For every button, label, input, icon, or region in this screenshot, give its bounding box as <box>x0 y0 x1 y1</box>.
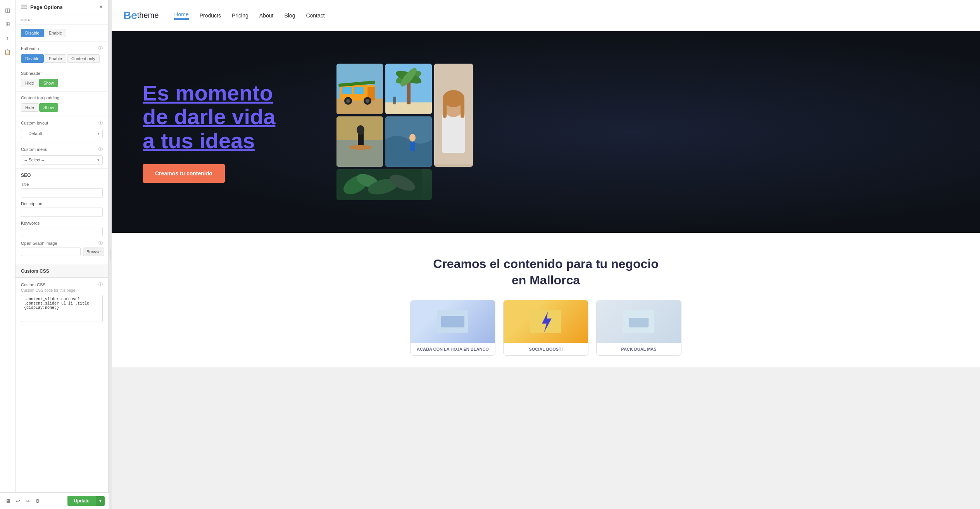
svg-point-27 <box>357 125 364 135</box>
svg-rect-19 <box>442 114 465 153</box>
custom-css-info-icon[interactable]: ⓘ <box>98 282 103 287</box>
custom-css-section-title: Custom CSS <box>21 268 49 274</box>
bottom-toolbar: 🖥 ↩ ↪ ⚙ Update ▾ <box>0 492 109 509</box>
card-1-svg <box>437 310 468 333</box>
subheader-hide-btn[interactable]: Hide <box>21 79 38 87</box>
panel-header: Page Options × <box>16 0 108 14</box>
seo-keywords-label: Keywords <box>21 221 103 225</box>
custom-layout-select[interactable]: -- Default -- <box>21 129 103 138</box>
sidebar-icon-book[interactable]: 📋 <box>2 46 14 58</box>
main-content: Be theme Home Products Pricing About Blo… <box>112 0 980 509</box>
full-width-info-icon[interactable]: ⓘ <box>98 45 103 51</box>
browse-button[interactable]: Browse <box>83 248 104 256</box>
hero-ocean-svg <box>385 116 432 167</box>
panel-title: Page Options <box>30 4 63 10</box>
panel-header-left: Page Options <box>21 4 63 10</box>
padding-hide-btn[interactable]: Hide <box>21 103 38 112</box>
custom-layout-section: Custom layout ⓘ -- Default -- <box>16 116 108 142</box>
svg-rect-31 <box>410 142 415 151</box>
device-toggle-icon[interactable]: 🖥 <box>4 497 12 505</box>
hero-title: Es momento de darle vida a tus ideas <box>143 81 313 153</box>
top-btn-group: Disable Enable <box>21 29 103 37</box>
nav-links: Home Products Pricing About Blog Contact <box>174 11 324 20</box>
subheader-show-btn[interactable]: Show <box>39 79 59 87</box>
svg-rect-22 <box>443 99 447 118</box>
disable-button[interactable]: Disable <box>21 29 44 37</box>
seo-description-input[interactable] <box>21 208 103 217</box>
hero-palm-svg <box>385 64 432 114</box>
hero-image-4 <box>336 116 383 167</box>
sidebar-icon-upload[interactable]: ↑ <box>2 32 14 44</box>
custom-css-label: Custom CSS ⓘ <box>21 282 103 287</box>
update-button[interactable]: Update <box>67 496 96 506</box>
hero-plant-svg <box>336 169 422 200</box>
custom-layout-select-wrapper: -- Default -- <box>21 129 103 138</box>
nav-link-home[interactable]: Home <box>174 11 188 20</box>
card-1-image <box>411 300 495 343</box>
hero-images <box>336 64 473 200</box>
hero-cta-button[interactable]: Creamos tu contenido <box>143 164 225 183</box>
update-btn-group: Update ▾ <box>67 496 105 506</box>
svg-rect-8 <box>342 87 352 94</box>
full-width-content-only-btn[interactable]: Content only <box>67 54 100 63</box>
nav-link-about[interactable]: About <box>259 12 274 19</box>
subheader-section: Subheader Hide Show <box>16 67 108 92</box>
sidebar-icon-grid[interactable]: ⊞ <box>2 18 14 30</box>
seo-keywords-input[interactable] <box>21 227 103 236</box>
card-3: PACK DUAL MÁS <box>596 300 682 356</box>
hero-woman-svg <box>434 64 473 164</box>
nav-link-blog[interactable]: Blog <box>284 12 295 19</box>
svg-rect-38 <box>441 316 464 327</box>
settings-icon[interactable]: ⚙ <box>34 497 41 505</box>
hero-image-3 <box>434 64 473 167</box>
undo-icon[interactable]: ↩ <box>14 497 22 505</box>
og-image-input[interactable] <box>21 248 81 256</box>
version-badge: V26.6.1 <box>21 17 33 23</box>
svg-rect-17 <box>393 97 396 104</box>
full-width-btn-group: Disable Enable Content only <box>21 54 103 63</box>
hero-image-1 <box>336 64 383 114</box>
seo-title-field: Title <box>21 182 103 197</box>
svg-point-5 <box>346 99 350 103</box>
full-width-enable-btn[interactable]: Enable <box>45 54 66 63</box>
seo-description-field: Description <box>21 201 103 217</box>
nav-link-pricing[interactable]: Pricing <box>232 12 248 19</box>
custom-layout-info-icon[interactable]: ⓘ <box>98 120 103 126</box>
close-icon[interactable]: × <box>99 4 103 10</box>
content-top-padding-label: Content top padding <box>21 95 103 100</box>
hero-surfer-svg <box>336 116 383 167</box>
resize-handle[interactable] <box>109 0 112 509</box>
second-section: Creamos el contenido para tu negocio en … <box>112 233 980 367</box>
nav-link-contact[interactable]: Contact <box>306 12 324 19</box>
custom-menu-info-icon[interactable]: ⓘ <box>98 146 103 152</box>
redo-icon[interactable]: ↪ <box>24 497 31 505</box>
sidebar-icon-layers[interactable]: ◫ <box>2 4 14 16</box>
content-top-padding-btn-group: Hide Show <box>21 103 103 112</box>
custom-menu-select[interactable]: -- Select -- <box>21 155 103 164</box>
og-image-info-icon[interactable]: ⓘ <box>98 240 103 246</box>
card-3-svg <box>623 310 654 333</box>
page-options-panel: Page Options × V26.6.1 Disable Enable Fu… <box>16 0 109 509</box>
nav-link-products[interactable]: Products <box>200 12 221 19</box>
svg-rect-23 <box>461 99 464 118</box>
hero-van-svg <box>336 64 383 114</box>
site-logo: Be theme <box>123 9 159 22</box>
content-top-padding-section: Content top padding Hide Show <box>16 92 108 116</box>
og-image-browse-row: Browse <box>21 248 103 256</box>
enable-button[interactable]: Enable <box>45 29 66 37</box>
full-width-disable-btn[interactable]: Disable <box>21 54 44 63</box>
seo-section: SEO Title Description Keywords Open Grap… <box>16 169 108 264</box>
custom-css-textarea[interactable]: <span class="css-highlight" data-name="c… <box>21 295 103 322</box>
seo-title-input[interactable] <box>21 188 103 197</box>
card-1: ACABA CON LA HOJA EN BLANCO <box>410 300 495 356</box>
update-dropdown-button[interactable]: ▾ <box>96 496 105 506</box>
custom-css-header: Custom CSS <box>16 264 108 278</box>
seo-description-label: Description <box>21 201 103 206</box>
seo-keywords-field: Keywords <box>21 221 103 236</box>
card-2-svg <box>530 310 561 333</box>
hamburger-icon[interactable] <box>21 5 27 9</box>
padding-show-btn[interactable]: Show <box>39 103 59 112</box>
full-width-section: Full width ⓘ Disable Enable Content only <box>16 42 108 67</box>
hero-image-5 <box>385 116 432 167</box>
full-width-label: Full width ⓘ <box>21 45 103 51</box>
